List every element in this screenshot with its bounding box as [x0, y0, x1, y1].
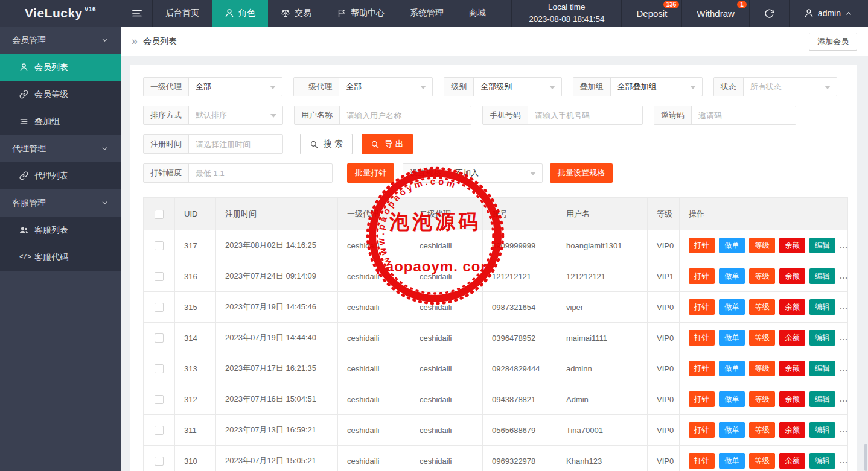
inject-button[interactable]: 打针 — [689, 299, 715, 315]
row-checkbox[interactable] — [155, 364, 164, 373]
level-button[interactable]: 等级 — [749, 299, 775, 315]
row-checkbox[interactable] — [155, 333, 164, 343]
batch-inject-button[interactable]: 批量打针 — [347, 163, 394, 183]
app-logo[interactable]: VieLuckyV16 — [0, 0, 121, 27]
inject-button[interactable]: 打针 — [689, 238, 715, 253]
order-button[interactable]: 做单 — [719, 422, 745, 438]
more-actions[interactable]: ... — [840, 271, 848, 280]
sidebar-item-member-level[interactable]: 会员等级 — [0, 81, 121, 108]
edit-button[interactable]: 编辑 — [809, 330, 835, 346]
agent2-select[interactable]: 全部 — [339, 78, 432, 96]
balance-button[interactable]: 余额 — [779, 361, 805, 376]
inject-button[interactable]: 打针 — [689, 422, 715, 438]
phone-input[interactable] — [528, 106, 642, 124]
add-member-button[interactable]: 添加会员 — [809, 33, 857, 51]
level-button[interactable]: 等级 — [749, 330, 775, 346]
withdraw-button[interactable]: Withdraw 1 — [681, 0, 749, 27]
edit-button[interactable]: 编辑 — [809, 391, 835, 407]
sidebar-item-stack-group[interactable]: 叠加组 — [0, 108, 121, 135]
sidebar-group-agent[interactable]: 代理管理 — [0, 135, 121, 162]
nav-item-home[interactable]: 后台首页 — [153, 0, 212, 27]
admin-menu[interactable]: admin — [789, 0, 868, 27]
row-checkbox[interactable] — [155, 426, 164, 435]
balance-button[interactable]: 余额 — [779, 238, 805, 253]
reg-time-input[interactable] — [189, 135, 282, 153]
level-select[interactable]: 全部级别 — [474, 78, 561, 96]
row-checkbox[interactable] — [155, 241, 164, 250]
sidebar-group-member[interactable]: 会员管理 — [0, 27, 121, 54]
cell-uid: 317 — [175, 230, 216, 261]
order-button[interactable]: 做单 — [719, 453, 745, 469]
nav-item-mall[interactable]: 商城 — [456, 0, 499, 27]
level-button[interactable]: 等级 — [749, 391, 775, 407]
order-button[interactable]: 做单 — [719, 299, 745, 315]
inject-button[interactable]: 打针 — [689, 330, 715, 346]
edit-button[interactable]: 编辑 — [809, 268, 835, 284]
row-checkbox[interactable] — [155, 272, 164, 281]
balance-button[interactable]: 余额 — [779, 391, 805, 407]
level-button[interactable]: 等级 — [749, 422, 775, 438]
vertical-scrollbar-thumb[interactable] — [864, 444, 867, 471]
edit-button[interactable]: 编辑 — [809, 299, 835, 315]
edit-button[interactable]: 编辑 — [809, 453, 835, 469]
export-button[interactable]: 导 出 — [362, 134, 413, 154]
order-button[interactable]: 做单 — [719, 268, 745, 284]
deposit-button[interactable]: Deposit 136 — [621, 0, 681, 27]
refresh-button[interactable] — [749, 0, 789, 27]
balance-button[interactable]: 余额 — [779, 330, 805, 346]
menu-toggle-button[interactable] — [121, 0, 153, 27]
nav-item-help[interactable]: 帮助中心 — [324, 0, 397, 27]
more-actions[interactable]: ... — [840, 333, 848, 342]
spec-select[interactable]: 不加入 — [448, 164, 542, 182]
balance-button[interactable]: 余额 — [779, 422, 805, 438]
edit-button[interactable]: 编辑 — [809, 422, 835, 438]
level-button[interactable]: 等级 — [749, 268, 775, 284]
batch-spec-button[interactable]: 批量设置规格 — [550, 163, 613, 183]
search-button[interactable]: 搜 索 — [300, 134, 353, 154]
filter-label: 一级代理 — [144, 78, 189, 96]
level-button[interactable]: 等级 — [749, 238, 775, 253]
agent1-select[interactable]: 全部 — [189, 78, 282, 96]
inject-button[interactable]: 打针 — [689, 391, 715, 407]
order-button[interactable]: 做单 — [719, 361, 745, 376]
invite-code-input[interactable] — [692, 106, 796, 124]
sidebar-item-agent-list[interactable]: 代理列表 — [0, 162, 121, 189]
order-button[interactable]: 做单 — [719, 238, 745, 253]
sidebar-item-support-code[interactable]: </> 客服代码 — [0, 244, 121, 271]
level-button[interactable]: 等级 — [749, 453, 775, 469]
more-actions[interactable]: ... — [840, 456, 848, 465]
balance-button[interactable]: 余额 — [779, 453, 805, 469]
status-select[interactable]: 所有状态 — [744, 78, 837, 96]
sort-select[interactable]: 默认排序 — [189, 106, 282, 124]
more-actions[interactable]: ... — [840, 364, 848, 373]
more-actions[interactable]: ... — [840, 425, 848, 434]
sidebar-group-support[interactable]: 客服管理 — [0, 189, 121, 217]
edit-button[interactable]: 编辑 — [809, 238, 835, 253]
more-actions[interactable]: ... — [840, 302, 848, 311]
row-checkbox[interactable] — [155, 395, 164, 404]
inject-range-input[interactable] — [189, 164, 332, 182]
row-checkbox[interactable] — [155, 457, 164, 466]
inject-button[interactable]: 打针 — [689, 268, 715, 284]
more-actions[interactable]: ... — [840, 394, 848, 403]
edit-button[interactable]: 编辑 — [809, 361, 835, 376]
select-all-checkbox[interactable] — [155, 210, 164, 219]
sidebar-item-support-list[interactable]: 客服列表 — [0, 217, 121, 244]
nav-item-roles[interactable]: 角色 — [212, 0, 268, 27]
order-button[interactable]: 做单 — [719, 391, 745, 407]
more-actions[interactable]: ... — [840, 241, 848, 250]
level-button[interactable]: 等级 — [749, 361, 775, 376]
stack-group-select[interactable]: 全部叠加组 — [611, 78, 702, 96]
sidebar-item-member-list[interactable]: 会员列表 — [0, 54, 121, 81]
balance-button[interactable]: 余额 — [779, 299, 805, 315]
row-checkbox[interactable] — [155, 303, 164, 312]
inject-button[interactable]: 打针 — [689, 361, 715, 376]
balance-button[interactable]: 余额 — [779, 268, 805, 284]
inject-button[interactable]: 打针 — [689, 453, 715, 469]
username-input[interactable] — [340, 106, 471, 124]
nav-item-trade[interactable]: 交易 — [268, 0, 324, 27]
header-agent2: 二级代理 — [410, 198, 483, 230]
order-button[interactable]: 做单 — [719, 330, 745, 346]
nav-item-system[interactable]: 系统管理 — [397, 0, 456, 27]
cell-level: VIP0 — [648, 415, 680, 446]
